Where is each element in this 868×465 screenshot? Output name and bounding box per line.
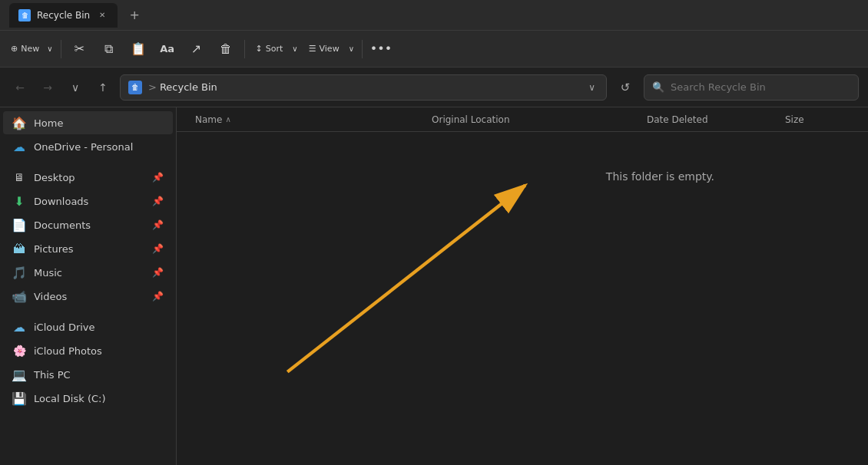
main-layout: 🏠 Home ☁ OneDrive - Personal 🖥 Desktop 📌…: [0, 107, 868, 465]
sidebar-label-desktop: Desktop: [34, 172, 75, 183]
icloud-photos-icon: 🌸: [12, 344, 26, 358]
sidebar-item-music[interactable]: 🎵 Music 📌: [3, 261, 173, 284]
view-button[interactable]: ☰ View: [303, 34, 346, 64]
empty-folder-area: This folder is empty.: [177, 132, 868, 465]
refresh-button[interactable]: ↺: [613, 75, 638, 100]
sidebar-label-icloud-photos: iCloud Photos: [34, 345, 102, 357]
sidebar-label-thispc: This PC: [34, 369, 71, 381]
videos-icon: 📹: [12, 289, 26, 303]
sort-button-group: ↕ Sort ∨: [250, 34, 301, 64]
sidebar-item-videos[interactable]: 📹 Videos 📌: [3, 285, 173, 308]
column-header-location[interactable]: Original Location: [426, 111, 641, 128]
sort-label: Sort: [266, 44, 283, 54]
recent-locations-button[interactable]: ∨: [65, 77, 86, 98]
share-button[interactable]: ↗: [183, 35, 210, 63]
sort-dropdown-button[interactable]: ∨: [289, 34, 300, 64]
search-input[interactable]: [671, 81, 850, 93]
tab-recycle-bin[interactable]: 🗑 Recycle Bin ✕: [9, 3, 118, 28]
view-label: View: [320, 44, 340, 54]
new-dropdown-button[interactable]: ∨: [44, 34, 55, 64]
column-date-label: Date Deleted: [647, 114, 708, 125]
pictures-pin-icon: 📌: [152, 243, 164, 254]
delete-button[interactable]: 🗑: [212, 35, 240, 63]
sidebar-label-music: Music: [34, 267, 62, 279]
view-dropdown-button[interactable]: ∨: [346, 34, 357, 64]
sidebar-item-pictures[interactable]: 🏔 Pictures 📌: [3, 237, 173, 260]
tab-recycle-bin-icon: 🗑: [18, 9, 31, 21]
separator-2: [244, 40, 245, 58]
sidebar-label-home: Home: [34, 117, 63, 129]
sidebar-label-documents: Documents: [34, 219, 91, 231]
address-bar-row: ← → ∨ ↑ 🗑 > Recycle Bin ∨ ↺ 🔍: [0, 68, 868, 107]
toolbar: ⊕ New ∨ ✂ ⧉ 📋 Aa ↗ 🗑 ↕ Sort ∨ ☰ View ∨: [0, 31, 868, 68]
desktop-pin-icon: 📌: [152, 172, 164, 183]
downloads-pin-icon: 📌: [152, 196, 164, 206]
sidebar-label-downloads: Downloads: [34, 196, 88, 207]
videos-pin-icon: 📌: [152, 291, 164, 302]
localdisk-icon: 💾: [12, 391, 26, 405]
empty-folder-message: This folder is empty.: [606, 170, 714, 183]
more-icon: •••: [370, 41, 392, 56]
sidebar-item-downloads[interactable]: ⬇ Downloads 📌: [3, 190, 173, 213]
separator-1: [61, 40, 61, 58]
address-path: > Recycle Bin: [148, 81, 217, 93]
column-header-size[interactable]: Size: [779, 111, 856, 128]
copy-button[interactable]: ⧉: [95, 35, 123, 63]
paste-icon: 📋: [131, 41, 146, 56]
column-header-date[interactable]: Date Deleted: [641, 111, 779, 128]
sidebar-item-icloud-photos[interactable]: 🌸 iCloud Photos: [3, 339, 173, 362]
breadcrumb-current: Recycle Bin: [160, 81, 217, 93]
paste-button[interactable]: 📋: [124, 35, 152, 63]
rename-button[interactable]: Aa: [154, 35, 181, 63]
sort-button[interactable]: ↕ Sort: [250, 34, 290, 64]
desktop-icon: 🖥: [12, 170, 26, 184]
pictures-icon: 🏔: [12, 242, 26, 256]
new-tab-button[interactable]: +: [124, 5, 145, 26]
icloud-drive-icon: ☁: [12, 320, 26, 334]
documents-pin-icon: 📌: [152, 219, 164, 230]
share-icon: ↗: [191, 41, 201, 56]
search-box[interactable]: 🔍: [644, 74, 859, 101]
sidebar-item-thispc[interactable]: 💻 This PC: [3, 363, 173, 386]
sidebar-label-videos: Videos: [34, 291, 67, 302]
search-icon: 🔍: [652, 81, 664, 93]
sidebar-item-home[interactable]: 🏠 Home: [3, 111, 173, 134]
home-icon: 🏠: [12, 116, 26, 130]
sidebar-item-documents[interactable]: 📄 Documents 📌: [3, 213, 173, 236]
column-size-label: Size: [785, 114, 804, 125]
address-bar[interactable]: 🗑 > Recycle Bin ∨: [120, 74, 607, 101]
back-button[interactable]: ←: [9, 77, 31, 98]
column-header-name[interactable]: Name ∧: [189, 111, 426, 128]
forward-button[interactable]: →: [37, 77, 58, 98]
content-area: Name ∧ Original Location Date Deleted Si…: [177, 107, 868, 465]
empty-folder-arrow: [253, 147, 576, 393]
sidebar-label-pictures: Pictures: [34, 243, 73, 255]
column-location-label: Original Location: [432, 114, 510, 125]
cut-icon: ✂: [75, 41, 84, 56]
sidebar-item-icloud-drive[interactable]: ☁ iCloud Drive: [3, 315, 173, 338]
cut-button[interactable]: ✂: [66, 35, 94, 63]
up-button[interactable]: ↑: [92, 77, 114, 98]
downloads-icon: ⬇: [12, 194, 26, 208]
sort-icon: ↕: [256, 44, 263, 54]
copy-icon: ⧉: [104, 41, 113, 56]
column-name-sort-icon: ∧: [225, 115, 230, 124]
delete-icon: 🗑: [220, 41, 232, 56]
thispc-icon: 💻: [12, 368, 26, 381]
tab-close-button[interactable]: ✕: [96, 9, 108, 21]
sidebar-label-localdisk: Local Disk (C:): [34, 393, 105, 404]
sidebar-label-icloud-drive: iCloud Drive: [34, 322, 95, 333]
breadcrumb-separator: >: [148, 81, 157, 93]
new-button[interactable]: ⊕ New: [6, 34, 44, 64]
more-options-button[interactable]: •••: [367, 35, 395, 63]
sidebar-item-localdisk[interactable]: 💾 Local Disk (C:): [3, 387, 173, 410]
rename-icon: Aa: [160, 43, 174, 54]
column-name-label: Name: [195, 114, 222, 125]
address-dropdown-button[interactable]: ∨: [585, 79, 598, 96]
music-pin-icon: 📌: [152, 267, 164, 278]
onedrive-icon: ☁: [12, 140, 26, 153]
sidebar-item-desktop[interactable]: 🖥 Desktop 📌: [3, 166, 173, 189]
view-icon: ☰: [309, 44, 316, 54]
sidebar-item-onedrive[interactable]: ☁ OneDrive - Personal: [3, 135, 173, 158]
sidebar: 🏠 Home ☁ OneDrive - Personal 🖥 Desktop 📌…: [0, 107, 177, 465]
